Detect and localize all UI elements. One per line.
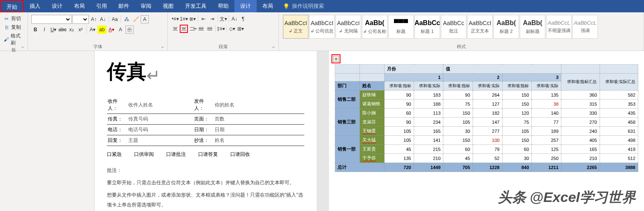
align-distribute-button[interactable]	[206, 25, 214, 33]
font-color-button[interactable]: A▾	[107, 26, 116, 34]
fax-checkboxes: 口紧急口供审阅口请批注口请答复口请回收	[107, 151, 304, 158]
borders-button[interactable]: ⊞▾	[236, 25, 245, 33]
subscript-button[interactable]: x₂	[67, 26, 76, 34]
shading-button[interactable]: ◇▾	[228, 25, 236, 33]
highlight-button[interactable]: ab	[97, 26, 107, 34]
underline-button[interactable]: U▾	[49, 26, 58, 34]
char-border-button[interactable]: A	[141, 15, 149, 23]
superscript-button[interactable]: x²	[76, 26, 85, 34]
style-标题 1[interactable]: AaBbCc标题 1	[415, 15, 440, 39]
fax-body: 批注： 要立即开始，只需点击任意占位符文本（例如此文本）并键入替换为自己的文本即…	[107, 165, 304, 211]
brush-icon: 🖌	[4, 37, 9, 42]
style-正文[interactable]: AaBbCcI↲ 正文	[283, 15, 308, 39]
styles-label: 样式	[281, 44, 641, 50]
fax-header-table: 收件人：收件人姓名发件人：你的姓名传真：传真号码页面：页数电话：电话号码日期：日…	[107, 96, 304, 146]
tab-mailings[interactable]: 邮件	[113, 0, 135, 12]
clear-format-button[interactable]: 🧹	[132, 15, 140, 23]
align-center-button[interactable]	[180, 25, 188, 33]
paragraph-label: 段落	[170, 44, 276, 50]
tab-home[interactable]: 开始	[0, 0, 24, 12]
text-effects-button[interactable]: A▾	[88, 26, 97, 34]
sort-button[interactable]: A↓	[230, 15, 239, 23]
show-marks-button[interactable]: ¶	[239, 15, 247, 23]
multilevel-button[interactable]: ≣▾	[188, 15, 197, 23]
tab-layout[interactable]: 布局	[68, 0, 90, 12]
fax-para-1: 要立即开始，只需点击任意占位符文本（例如此文本）并键入替换为自己的文本即可。	[107, 178, 304, 188]
tab-table-design[interactable]: 设计	[234, 0, 257, 12]
style-标题[interactable]: ▀▀▀标题	[388, 15, 414, 39]
tab-references[interactable]: 引用	[90, 0, 113, 12]
copy-icon: ⎘	[4, 25, 9, 30]
italic-button[interactable]: I	[40, 26, 49, 34]
asian-layout-button[interactable]: 文▾	[219, 15, 227, 23]
data-document[interactable]: ✥ 月份值123求和项:指标汇总求和项:实际汇总部门姓名求和项:指标求和项:实际…	[329, 51, 644, 211]
cursor-icon: ↵	[146, 66, 160, 85]
copy-button[interactable]: ⎘复制	[2, 23, 25, 31]
align-right-button[interactable]	[188, 25, 197, 33]
watermark: 头条 @Excel学习世界	[498, 188, 636, 207]
pivot-table[interactable]: 月份值123求和项:指标汇总求和项:实际汇总部门姓名求和项:指标求和项:实际求和…	[335, 64, 638, 172]
tab-table-layout[interactable]: 布局	[257, 0, 279, 12]
ribbon-content: ✂剪切 ⎘复制 🖌格式刷 板 ⌐ A↑ A↓ Aa ⁂ 🧹 A B I	[0, 12, 644, 51]
phonetic-button[interactable]: ⁂	[123, 15, 131, 23]
move-icon: ✥	[333, 56, 339, 62]
document-area: 传真 ↵ 收件人：收件人姓名发件人：你的姓名传真：传真号码页面：页数电话：电话号…	[0, 51, 644, 211]
strike-button[interactable]: abc	[58, 26, 67, 34]
fax-para-2: 想要从文件中插入图片，或者添加形状、文本框或表格？没问题！只需在功能区的"插入"…	[107, 190, 304, 210]
bullets-button[interactable]: •≡▾	[171, 15, 179, 23]
fax-document[interactable]: 传真 ↵ 收件人：收件人姓名发件人：你的姓名传真：传真号码页面：页数电话：电话号…	[95, 51, 317, 211]
table-move-handle[interactable]: ✥	[331, 54, 341, 63]
tell-me-search[interactable]: 💡 操作说明搜索	[283, 2, 324, 10]
paragraph-launcher[interactable]: ⌐	[273, 45, 278, 50]
style-强调[interactable]: AaBbCcL强调	[572, 15, 598, 39]
bulb-icon: 💡	[283, 3, 290, 9]
style-批注[interactable]: AaBbCc批注	[441, 15, 466, 39]
style-公司信息[interactable]: AaBbCcI↲ 公司信息	[309, 15, 335, 39]
font-launcher[interactable]: ⌐	[162, 45, 167, 50]
ribbon-tabs: 开始 插入 设计 布局 引用 邮件 审阅 视图 开发工具 帮助 设计 布局 💡 …	[0, 0, 644, 12]
style-不明显强调[interactable]: AaBbCcL不明显强调	[546, 15, 572, 39]
font-family-select[interactable]	[31, 15, 72, 24]
style-正文文本[interactable]: AaBbCcI正文文本	[467, 15, 493, 39]
tab-design[interactable]: 设计	[46, 0, 68, 12]
style-标题 2[interactable]: AaBb(标题 2	[493, 15, 519, 39]
shrink-font-button[interactable]: A↓	[99, 15, 107, 23]
change-case-button[interactable]: Aa	[111, 15, 119, 23]
clipboard-launcher[interactable]: ⌐	[22, 45, 27, 50]
tab-help[interactable]: 帮助	[212, 0, 234, 12]
align-left-button[interactable]	[171, 25, 179, 33]
style-无间隔[interactable]: AaBbCcI↲ 无间隔	[336, 15, 361, 39]
left-panel	[0, 51, 95, 211]
grow-font-button[interactable]: A↑	[90, 15, 98, 23]
fax-title: 传真	[107, 58, 146, 85]
search-placeholder: 操作说明搜索	[292, 2, 324, 10]
cut-button[interactable]: ✂剪切	[2, 15, 25, 23]
decrease-indent-button[interactable]: ⇤	[199, 15, 208, 23]
increase-indent-button[interactable]: ⇥	[208, 15, 216, 23]
tab-view[interactable]: 视图	[157, 0, 179, 12]
group-font: A↑ A↓ Aa ⁂ 🧹 A B I U▾ abc x₂ x² A▾ ab A▾	[28, 12, 168, 51]
font-label: 字体	[30, 44, 165, 50]
align-justify-button[interactable]	[197, 25, 205, 33]
numbering-button[interactable]: 1≡▾	[180, 15, 188, 23]
group-clipboard: ✂剪切 ⎘复制 🖌格式刷 板 ⌐	[0, 12, 28, 51]
style-公司名称[interactable]: AaBb(↲ 公司名称	[362, 15, 387, 39]
tab-developer[interactable]: 开发工具	[179, 0, 212, 12]
group-styles: AaBbCcI↲ 正文AaBbCcI↲ 公司信息AaBbCcI↲ 无间隔AaBb…	[279, 12, 644, 51]
line-spacing-button[interactable]: ‡≡▾	[217, 25, 225, 33]
note-label: 批注：	[107, 167, 122, 173]
enclose-char-button[interactable]: ㊥	[125, 26, 134, 34]
font-size-select[interactable]	[72, 15, 89, 24]
tab-insert[interactable]: 插入	[24, 0, 46, 12]
bold-button[interactable]: B	[31, 26, 39, 34]
tab-review[interactable]: 审阅	[135, 0, 157, 12]
scissors-icon: ✂	[4, 16, 9, 22]
char-shading-button[interactable]: A	[116, 26, 125, 34]
group-paragraph: •≡▾ 1≡▾ ≣▾ ⇤ ⇥ 文▾ A↓ ¶ ‡≡▾	[168, 12, 279, 51]
style-副标题[interactable]: AaBb(副标题	[520, 15, 545, 39]
